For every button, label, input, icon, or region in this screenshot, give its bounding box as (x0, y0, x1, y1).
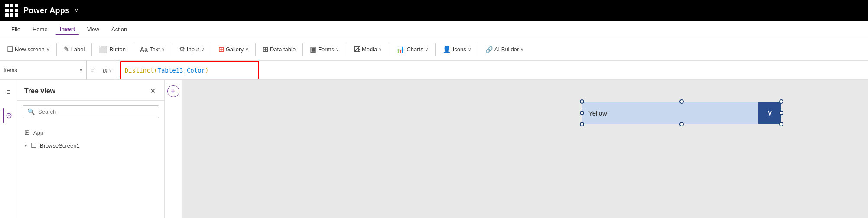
menu-view[interactable]: View (83, 24, 104, 34)
divider-1 (56, 43, 57, 56)
divider-2 (91, 43, 92, 56)
new-screen-icon: ☐ (7, 45, 13, 53)
handle-middle-left[interactable] (580, 111, 584, 115)
dropdown-value-text: Yellow (588, 109, 607, 117)
button-label: Button (109, 46, 126, 53)
data-table-icon: ⊞ (263, 45, 268, 53)
toolbar-forms[interactable]: ▣ Forms ∨ (306, 43, 342, 56)
divider-3 (133, 43, 133, 56)
browse-screen-icon: ☐ (31, 142, 36, 149)
add-button-container: + (165, 80, 182, 218)
dropdown-value: Yellow (582, 102, 758, 124)
button-icon: ⬜ (99, 45, 107, 53)
formula-args: Table13,Color (158, 67, 205, 74)
divider-8 (346, 43, 346, 56)
property-dropdown[interactable]: Items ∨ (0, 61, 87, 79)
app-title-chevron[interactable]: ∨ (75, 7, 78, 13)
divider-11 (478, 43, 478, 56)
waffle-menu[interactable] (5, 4, 18, 17)
tree-item-app[interactable]: ⊞ App (17, 126, 164, 139)
toolbar-media[interactable]: 🖼 Media ∨ (350, 43, 385, 56)
handle-middle-right[interactable] (779, 111, 783, 115)
handle-bottom-right[interactable] (779, 122, 783, 126)
layers-button[interactable]: ⊙ (3, 108, 15, 123)
browse-screen-chevron-icon: ∨ (24, 143, 27, 148)
ai-builder-label: AI Builder (494, 46, 519, 53)
main-area: ≡ ⊙ Tree view ✕ 🔍 ⊞ App ∨ ☐ BrowseScreen… (0, 80, 868, 218)
toolbar-label[interactable]: ✎ Label (60, 43, 88, 56)
fx-chevron: ∨ (108, 68, 111, 73)
menu-action[interactable]: Action (107, 24, 131, 34)
handle-bottom-middle[interactable] (679, 122, 684, 126)
app-title: Power Apps (23, 6, 69, 15)
media-chevron: ∨ (379, 47, 382, 52)
tree-panel: Tree view ✕ 🔍 ⊞ App ∨ ☐ BrowseScreen1 (17, 80, 165, 218)
tree-item-browse-screen[interactable]: ∨ ☐ BrowseScreen1 (17, 139, 164, 152)
toolbar-charts[interactable]: 📊 Charts ∨ (393, 43, 431, 56)
fx-button[interactable]: fx ∨ (99, 61, 115, 79)
divider-9 (389, 43, 389, 56)
input-chevron: ∨ (201, 47, 204, 52)
icons-icon: 👤 (442, 45, 451, 53)
tree-search-container: 🔍 (23, 105, 159, 118)
menu-insert[interactable]: Insert (55, 24, 79, 35)
dropdown-inner: Yellow ∨ (582, 102, 781, 124)
forms-icon: ▣ (310, 45, 316, 53)
toolbar-new-screen[interactable]: ☐ New screen ∨ (3, 43, 53, 56)
new-screen-chevron: ∨ (46, 47, 49, 52)
toolbar-icons[interactable]: 👤 Icons ∨ (439, 43, 475, 56)
input-label: Input (187, 46, 199, 53)
dropdown-button-chevron: ∨ (767, 108, 773, 118)
toolbar-input[interactable]: ⚙ Input ∨ (176, 43, 208, 56)
ai-builder-icon: 🔗 (485, 46, 493, 53)
property-value: Items (3, 67, 17, 73)
divider-7 (302, 43, 303, 56)
new-screen-label: New screen (15, 46, 45, 53)
divider-10 (435, 43, 436, 56)
top-bar: Power Apps ∨ (0, 0, 868, 21)
dropdown-widget: Yellow ∨ (582, 102, 781, 124)
toolbar-button[interactable]: ⬜ Button (95, 43, 129, 56)
menu-home[interactable]: Home (28, 24, 52, 34)
tree-content: ⊞ App ∨ ☐ BrowseScreen1 (17, 122, 164, 218)
toolbar-gallery[interactable]: ⊞ Gallery ∨ (215, 43, 252, 56)
charts-icon: 📊 (396, 45, 405, 53)
formula-function: Distinct( (125, 67, 158, 74)
handle-bottom-left[interactable] (580, 122, 584, 126)
gallery-chevron: ∨ (245, 47, 248, 52)
icons-label: Icons (453, 46, 466, 53)
search-input[interactable] (38, 109, 154, 115)
toolbar: ☐ New screen ∨ ✎ Label ⬜ Button Aa Text … (0, 38, 868, 61)
media-label: Media (362, 46, 377, 53)
toolbar-data-table[interactable]: ⊞ Data table (259, 43, 299, 56)
dropdown-button[interactable]: ∨ (758, 102, 781, 124)
formula-input[interactable]: Distinct(Table13,Color) (120, 61, 259, 79)
equals-sign: = (87, 66, 99, 74)
formula-text: Distinct(Table13,Color) (125, 67, 209, 74)
handle-top-left[interactable] (580, 99, 584, 104)
label-label: Label (71, 46, 85, 53)
divider-5 (211, 43, 211, 56)
data-table-label: Data table (270, 46, 296, 53)
handle-top-right[interactable] (779, 99, 783, 104)
input-icon: ⚙ (179, 45, 185, 53)
charts-label: Charts (406, 46, 423, 53)
tree-header: Tree view ✕ (17, 80, 164, 101)
hamburger-button[interactable]: ≡ (3, 85, 13, 99)
charts-chevron: ∨ (425, 47, 428, 52)
sidebar-toggle: ≡ ⊙ (0, 80, 17, 218)
tree-title: Tree view (24, 87, 55, 95)
toolbar-ai-builder[interactable]: 🔗 AI Builder ∨ (482, 43, 527, 56)
canvas-area: Yellow ∨ (182, 80, 868, 218)
handle-top-middle[interactable] (679, 99, 684, 104)
toolbar-text[interactable]: Aa Text ∨ (137, 43, 168, 56)
menu-file[interactable]: File (7, 24, 25, 34)
text-icon: Aa (140, 46, 148, 53)
tree-close-button[interactable]: ✕ (148, 86, 157, 96)
dropdown-control[interactable]: Yellow ∨ (582, 102, 781, 124)
formula-bar: Items ∨ = fx ∨ Distinct(Table13,Color) (0, 61, 868, 80)
forms-chevron: ∨ (336, 47, 339, 52)
text-label: Text (150, 46, 160, 53)
ai-builder-chevron: ∨ (520, 47, 523, 52)
add-screen-button[interactable]: + (167, 85, 179, 97)
